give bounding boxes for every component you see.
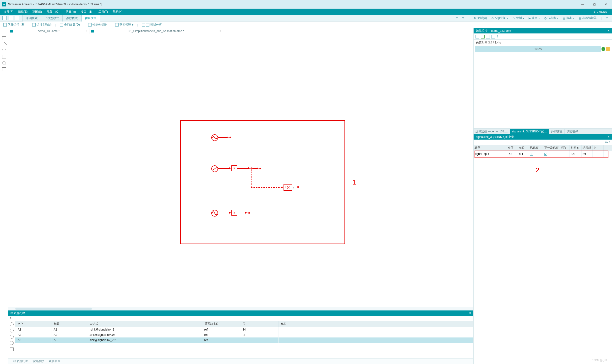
open-icon[interactable] bbox=[9, 16, 13, 20]
zoom-fit-icon[interactable] bbox=[10, 341, 14, 345]
line-tool-icon[interactable] bbox=[1, 42, 7, 47]
plot-button[interactable]: 〽 绘制 ▾ bbox=[512, 16, 524, 20]
stop-icon[interactable] bbox=[475, 35, 479, 39]
saved-checkbox[interactable]: ✓ bbox=[530, 153, 533, 156]
results-zoom-strip bbox=[8, 321, 15, 358]
group-tool-icon[interactable] bbox=[2, 67, 6, 71]
canvas-h-scrollbar[interactable] bbox=[8, 307, 473, 311]
maximize-button[interactable]: ▢ bbox=[592, 2, 597, 7]
menu-sketch[interactable]: 草图(S) bbox=[30, 9, 44, 15]
sink-fx[interactable]: ⇥ bbox=[296, 185, 299, 189]
sketch-canvas[interactable]: 1 ⇥ k ⇥ bbox=[8, 34, 473, 307]
gain-k-2[interactable]: k bbox=[231, 210, 237, 216]
tab-watch-vars[interactable]: 观测变量 bbox=[47, 359, 62, 364]
image-tool-icon[interactable] bbox=[2, 36, 6, 40]
next-save-checkbox[interactable]: ✓ bbox=[544, 153, 547, 156]
junction-node[interactable] bbox=[250, 167, 252, 169]
sink-3[interactable]: ⇥ bbox=[247, 211, 250, 215]
tab-param-mode[interactable]: 参数模式 bbox=[63, 15, 81, 22]
study-mgr-button[interactable]: 研究管理 ▾ bbox=[114, 22, 135, 27]
results-table[interactable]: 名字 标题 表达式 重置缺省值 值 单位 A1A1-sink@signalsin… bbox=[15, 321, 473, 358]
minimize-button[interactable]: — bbox=[580, 2, 585, 7]
redo-button[interactable]: ↷ bbox=[462, 16, 465, 20]
variables-table[interactable]: 标题 ⚙值 单位 已保存 下一次保存 标签 时间 s 结果组 名 signal … bbox=[474, 145, 612, 364]
run-params-button[interactable]: 运行参数(u) bbox=[31, 22, 53, 27]
sim-run-button[interactable]: 仿真运行（R） bbox=[2, 22, 28, 27]
help-icon[interactable]: ? bbox=[606, 16, 608, 20]
variables-toolbar: A▾ ⁝ bbox=[474, 140, 612, 145]
tab-watch-params[interactable]: 观测参数 bbox=[31, 359, 46, 364]
update-button[interactable]: ↻ 更新(U) bbox=[474, 16, 487, 20]
source-ramp[interactable] bbox=[211, 165, 218, 172]
menu-tools[interactable]: 工具(T) bbox=[96, 9, 110, 15]
results-refresh-icon[interactable]: ↻ bbox=[10, 317, 13, 320]
gear-icon[interactable]: ⚙ bbox=[508, 146, 511, 149]
export-icon[interactable] bbox=[10, 347, 14, 351]
tab-sim-mode[interactable]: 仿真模式 bbox=[81, 15, 100, 22]
search-icon[interactable] bbox=[10, 322, 14, 326]
variable-row[interactable]: signal input -43 null ✓ ✓ 3.4 ref bbox=[474, 151, 612, 157]
close-panel-icon[interactable]: × bbox=[608, 135, 610, 139]
settings-icon[interactable] bbox=[491, 35, 495, 39]
perf-analyzer-button[interactable]: 性能分析器 bbox=[87, 22, 108, 27]
watermark: CSDN @小鱼 bbox=[592, 359, 608, 362]
sim-time-row: 仿真时间:3.4 / 3.4 s bbox=[474, 40, 612, 46]
undo-button[interactable]: ↶ bbox=[456, 16, 458, 20]
time-analysis-button[interactable]: 时域分析 bbox=[140, 22, 163, 27]
close-button[interactable]: ✕ bbox=[603, 2, 608, 7]
menu-sim[interactable]: 仿真(m) bbox=[63, 9, 78, 15]
tab-sketch-mode[interactable]: 草图模式 bbox=[23, 15, 41, 22]
menu-edit[interactable]: 编辑(E) bbox=[15, 9, 30, 15]
results-row[interactable]: A3A3sink@signalsink_2*2ref bbox=[15, 338, 473, 343]
zoom-in-icon[interactable] bbox=[10, 329, 14, 332]
tab-submodel-mode[interactable]: 子模型模式 bbox=[41, 15, 63, 22]
curve-tool-icon[interactable] bbox=[2, 49, 6, 52]
appspace-button[interactable]: ⚙ App空间 ▾ bbox=[491, 16, 508, 20]
function-fx[interactable]: f (x) bbox=[284, 184, 292, 191]
save-icon[interactable] bbox=[15, 16, 19, 20]
pause-icon[interactable] bbox=[486, 35, 490, 39]
menu-config[interactable]: 配置 （C） bbox=[44, 9, 63, 15]
gain-k-1[interactable]: k bbox=[231, 165, 237, 171]
menu-help[interactable]: 帮助(H) bbox=[110, 9, 125, 15]
results-panel: 结果后处理 × ↻ 名字 标题 表达式 bbox=[8, 311, 473, 358]
file-tab-simplified[interactable]: 01_SimplifiedModels_and_Animation.ame * … bbox=[90, 28, 223, 34]
global-params-button[interactable]: 全局参数(G) bbox=[58, 22, 81, 27]
results-row[interactable]: A2A2sink@signalsink*.04ref-2 bbox=[15, 332, 473, 338]
close-panel-icon[interactable]: × bbox=[469, 312, 471, 315]
new-icon[interactable] bbox=[2, 16, 7, 20]
annotation-1: 1 bbox=[352, 179, 356, 186]
file-tab-demo133[interactable]: demo_133.ame * × bbox=[8, 28, 90, 34]
mon-tab-external[interactable]: 外部变量 bbox=[549, 129, 565, 134]
tab-results[interactable]: 结果后处理 bbox=[12, 359, 30, 364]
close-tab-icon[interactable]: × bbox=[86, 29, 87, 33]
monitor-tabs: 运算监控 —demo_133.… signalsink_3 [SSINK-4]的… bbox=[474, 129, 612, 134]
monitor-toolbar: ? bbox=[474, 33, 612, 40]
help-icon[interactable]: ? bbox=[496, 35, 498, 38]
menu-file[interactable]: 文件(F) bbox=[1, 9, 15, 15]
file-tabs: demo_133.ame * × 01_SimplifiedModels_and… bbox=[8, 28, 473, 34]
rect-tool-icon[interactable] bbox=[2, 55, 6, 59]
mon-tab-exp[interactable]: 试验视择 bbox=[565, 129, 580, 134]
source-sin-1[interactable] bbox=[211, 134, 218, 141]
play-icon[interactable] bbox=[481, 35, 485, 39]
results-row[interactable]: A1A1-sink@signalsink_1ref34 bbox=[15, 327, 473, 332]
anim-button[interactable]: ▶ 动画 ▾ bbox=[529, 16, 540, 20]
sink-2[interactable]: ⇥ bbox=[259, 166, 261, 170]
progress-bar: 100% ✓ bbox=[475, 46, 601, 52]
text-tool-icon[interactable]: T bbox=[2, 30, 6, 34]
ellipse-tool-icon[interactable] bbox=[2, 61, 6, 65]
filter-icon[interactable]: A▾ ⁝ bbox=[605, 141, 610, 144]
tableedit-button[interactable]: ▦ 表格编辑器 bbox=[579, 16, 597, 20]
gauge-button[interactable]: ◔ 仪表盘 ▾ bbox=[544, 16, 559, 20]
menu-interface[interactable]: 接口 （I） bbox=[78, 9, 96, 15]
mode-tabs: 草图模式 子模型模式 参数模式 仿真模式 bbox=[23, 15, 100, 22]
mon-tab-monitor[interactable]: 运算监控 —demo_133.… bbox=[474, 129, 510, 134]
script-button[interactable]: ▤ 脚本 ▾ bbox=[563, 16, 574, 20]
sink-1[interactable]: ⇥ bbox=[228, 135, 231, 139]
zoom-out-icon[interactable] bbox=[10, 335, 14, 339]
close-panel-icon[interactable]: × bbox=[608, 29, 610, 33]
mon-tab-signalsink[interactable]: signalsink_3 [SSINK-4]的… bbox=[510, 129, 549, 134]
close-tab-icon[interactable]: × bbox=[220, 29, 221, 33]
source-sin-2[interactable] bbox=[211, 210, 218, 217]
